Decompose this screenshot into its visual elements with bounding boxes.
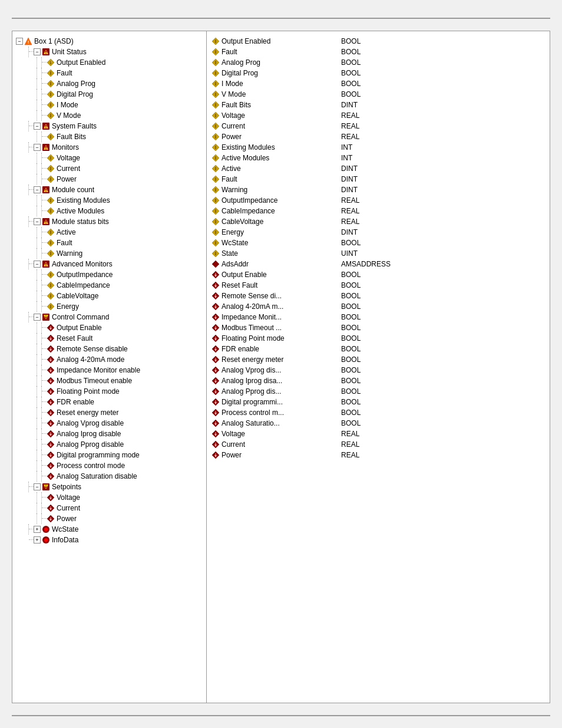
right-row[interactable]: Floating Point modeBOOL xyxy=(209,333,547,344)
tree-analog-vprog[interactable]: Analog Vprog disable xyxy=(15,418,204,429)
right-row[interactable]: Analog Vprog dis...BOOL xyxy=(209,365,547,375)
expand-system-faults[interactable]: − xyxy=(34,123,41,130)
tree-power-1[interactable]: Power xyxy=(15,174,204,185)
tree-current-1[interactable]: Current xyxy=(15,163,204,174)
expand-monitors[interactable]: − xyxy=(34,144,41,151)
right-row[interactable]: PowerREAL xyxy=(209,131,547,142)
right-row[interactable]: WcStateBOOL xyxy=(209,238,547,248)
tree-setpoint-power[interactable]: Power xyxy=(15,513,204,524)
tree-voltage-1[interactable]: Voltage xyxy=(15,153,204,163)
tree-setpoint-current[interactable]: Current xyxy=(15,503,204,513)
tree-digital-prog[interactable]: Digital Prog xyxy=(15,89,204,100)
tree-warning[interactable]: Warning xyxy=(15,248,204,259)
tree-setpoints[interactable]: − Setpoints xyxy=(15,482,204,492)
tree-cable-impedance[interactable]: CableImpedance xyxy=(15,280,204,291)
right-row[interactable]: FDR enableBOOL xyxy=(209,344,547,354)
right-row[interactable]: I ModeBOOL xyxy=(209,78,547,89)
right-row[interactable]: Analog Saturatio...BOOL xyxy=(209,418,547,429)
right-row[interactable]: Modbus Timeout ...BOOL xyxy=(209,322,547,333)
tree-fault-2[interactable]: Fault xyxy=(15,238,204,248)
right-row[interactable]: AdsAddrAMSADDRESS xyxy=(209,259,547,269)
expand-setpoints[interactable]: − xyxy=(34,483,41,490)
tree-root[interactable]: − ! Box 1 (ASD) xyxy=(15,36,204,47)
tree-setpoint-voltage[interactable]: Voltage xyxy=(15,492,204,503)
tree-monitors[interactable]: − Monitors xyxy=(15,142,204,153)
expand-control-command[interactable]: − xyxy=(34,314,41,321)
right-row[interactable]: Output EnabledBOOL xyxy=(209,36,547,47)
tree-unit-status[interactable]: − Unit Status xyxy=(15,47,204,57)
tree-energy[interactable]: Energy xyxy=(15,301,204,312)
tree-modbus-timeout[interactable]: Modbus Timeout enable xyxy=(15,375,204,386)
tree-module-count[interactable]: − Module count xyxy=(15,185,204,195)
tree-v-mode[interactable]: V Mode xyxy=(15,110,204,121)
right-row[interactable]: OutputImpedanceREAL xyxy=(209,195,547,206)
right-row[interactable]: CableImpedanceREAL xyxy=(209,206,547,216)
right-row[interactable]: WarningDINT xyxy=(209,185,547,195)
right-row[interactable]: VoltageREAL xyxy=(209,429,547,439)
tree-advanced-monitors[interactable]: − Advanced Monitors xyxy=(15,259,204,269)
expand-advanced-monitors[interactable]: − xyxy=(34,261,41,268)
tree-digital-programming[interactable]: Digital programming mode xyxy=(15,450,204,460)
right-row[interactable]: Existing ModulesINT xyxy=(209,142,547,153)
right-row[interactable]: PowerREAL xyxy=(209,450,547,460)
tree-analog-saturation[interactable]: Analog Saturation disable xyxy=(15,471,204,482)
right-row[interactable]: Remote Sense di...BOOL xyxy=(209,291,547,301)
right-row[interactable]: FaultDINT xyxy=(209,174,547,185)
tree-analog-iprog[interactable]: Analog Iprog disable xyxy=(15,429,204,439)
tree-control-command[interactable]: − Control Command xyxy=(15,312,204,322)
tree-analog-prog[interactable]: Analog Prog xyxy=(15,78,204,89)
expand-module-count[interactable]: − xyxy=(34,186,41,193)
tree-impedance-monitor[interactable]: Impedance Monitor enable xyxy=(15,365,204,375)
right-row[interactable]: V ModeBOOL xyxy=(209,89,547,100)
tree-fdr-enable[interactable]: FDR enable xyxy=(15,397,204,407)
right-row[interactable]: Digital ProgBOOL xyxy=(209,68,547,78)
tree-fault-1[interactable]: Fault xyxy=(15,68,204,78)
tree-existing-modules[interactable]: Existing Modules xyxy=(15,195,204,206)
right-row[interactable]: Active ModulesINT xyxy=(209,153,547,163)
expand-root[interactable]: − xyxy=(16,38,23,45)
right-row[interactable]: Output EnableBOOL xyxy=(209,269,547,280)
right-row[interactable]: Reset FaultBOOL xyxy=(209,280,547,291)
right-row[interactable]: ActiveDINT xyxy=(209,163,547,174)
tree-active-modules[interactable]: Active Modules xyxy=(15,206,204,216)
expand-unit-status[interactable]: − xyxy=(34,48,41,55)
right-row[interactable]: Process control m...BOOL xyxy=(209,407,547,418)
tree-wcstate[interactable]: + WcState xyxy=(15,524,204,535)
expand-module-status[interactable]: − xyxy=(34,218,41,225)
tree-output-impedance[interactable]: OutputImpedance xyxy=(15,269,204,280)
tree-remote-sense[interactable]: Remote Sense disable xyxy=(15,344,204,354)
tree-system-faults[interactable]: − System Faults xyxy=(15,121,204,131)
tree-cable-voltage[interactable]: CableVoltage xyxy=(15,291,204,301)
right-row[interactable]: Reset energy meterBOOL xyxy=(209,354,547,365)
tree-process-control[interactable]: Process control mode xyxy=(15,460,204,471)
svg-point-57 xyxy=(45,265,47,266)
right-row[interactable]: VoltageREAL xyxy=(209,110,547,121)
expand-wcstate[interactable]: + xyxy=(34,526,41,533)
right-row[interactable]: Analog Pprog dis...BOOL xyxy=(209,386,547,397)
tree-reset-energy[interactable]: Reset energy meter xyxy=(15,407,204,418)
right-row[interactable]: StateUINT xyxy=(209,248,547,259)
tree-module-status-bits[interactable]: − Module status bits xyxy=(15,216,204,227)
right-row[interactable]: EnergyDINT xyxy=(209,227,547,238)
tree-reset-fault[interactable]: Reset Fault xyxy=(15,333,204,344)
tree-analog-pprog[interactable]: Analog Pprog disable xyxy=(15,439,204,450)
tree-analog-420[interactable]: Analog 4-20mA mode xyxy=(15,354,204,365)
tree-active[interactable]: Active xyxy=(15,227,204,238)
right-row[interactable]: Digital programmi...BOOL xyxy=(209,397,547,407)
right-row[interactable]: Analog Iprog disa...BOOL xyxy=(209,375,547,386)
right-row[interactable]: CableVoltageREAL xyxy=(209,216,547,227)
tree-output-enable[interactable]: Output Enable xyxy=(15,322,204,333)
right-row[interactable]: FaultBOOL xyxy=(209,47,547,57)
right-row[interactable]: Impedance Monit...BOOL xyxy=(209,312,547,322)
right-row[interactable]: CurrentREAL xyxy=(209,439,547,450)
tree-output-enabled[interactable]: Output Enabled xyxy=(15,57,204,68)
tree-infodata[interactable]: + InfoData xyxy=(15,535,204,545)
tree-floating-point[interactable]: Floating Point mode xyxy=(15,386,204,397)
right-row[interactable]: Analog ProgBOOL xyxy=(209,57,547,68)
expand-infodata[interactable]: + xyxy=(34,536,41,543)
tree-fault-bits[interactable]: Fault Bits xyxy=(15,131,204,142)
right-row[interactable]: Fault BitsDINT xyxy=(209,100,547,110)
right-row[interactable]: Analog 4-20mA m...BOOL xyxy=(209,301,547,312)
tree-i-mode[interactable]: I Mode xyxy=(15,100,204,110)
right-row[interactable]: CurrentREAL xyxy=(209,121,547,131)
